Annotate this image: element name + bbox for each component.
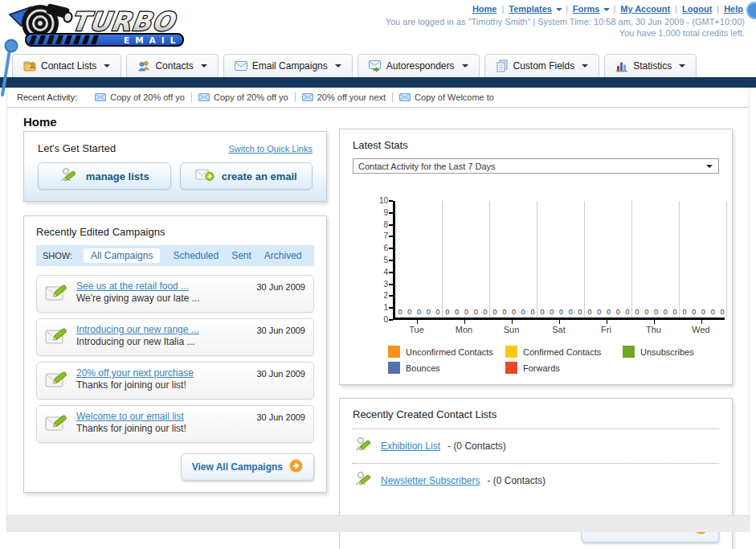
filter-sent[interactable]: Sent — [231, 250, 251, 261]
contact-list-link[interactable]: Newsletter Subscribers — [381, 475, 480, 486]
tab-email-campaigns[interactable]: Email Campaigns — [223, 54, 353, 77]
chart-value-label: 0 — [455, 308, 459, 316]
chevron-down-icon — [335, 64, 341, 71]
y-axis-tick-label: 0 — [374, 315, 388, 324]
chart-value-label: 0 — [492, 308, 497, 316]
button-label: create an email — [222, 170, 297, 182]
main-tab-bar: Contact ListsContactsEmail CampaignsAuto… — [0, 53, 756, 77]
contact-list-row[interactable]: Exhibition List - (0 Contacts) — [353, 428, 719, 463]
y-axis-tick — [389, 248, 393, 249]
chart-value-label: 0 — [550, 308, 554, 316]
campaign-date: 30 Jun 2009 — [256, 281, 305, 306]
chart-value-label: 0 — [701, 308, 705, 316]
manage-lists-button[interactable]: manage lists — [38, 162, 171, 190]
y-axis-tick — [389, 212, 393, 214]
legend-swatch — [505, 346, 517, 358]
envelope-icon — [235, 59, 247, 72]
get-started-buttons: manage listscreate an email — [38, 162, 313, 190]
y-axis-tick — [389, 295, 393, 297]
legend-item-unsubscribes: Unsubscribes — [623, 346, 719, 358]
campaign-subtitle: Introducing our new Italia ... — [76, 336, 249, 348]
filter-all-campaigns[interactable]: All Campaigns — [84, 248, 160, 263]
top-nav-link-forms[interactable]: Forms — [573, 4, 600, 14]
session-line1: You are logged in as "Timothy Smith" | S… — [386, 16, 745, 27]
legend-swatch — [388, 346, 400, 358]
chevron-down-icon — [679, 64, 685, 71]
contact-list-rows: Exhibition List - (0 Contacts)Newsletter… — [353, 428, 719, 498]
legend-item-bounces: Bounces — [388, 362, 505, 374]
chart-value-label: 0 — [569, 308, 573, 316]
envelope-sm-icon — [198, 93, 210, 101]
contact-list-count: - (0 Contacts) — [447, 440, 506, 452]
campaign-row[interactable]: Introducing our new range ...Introducing… — [36, 318, 314, 356]
view-all-campaigns-button[interactable]: View All Campaigns — [181, 453, 314, 481]
envelope-sm-icon — [302, 93, 313, 101]
x-axis-label-mon: Mon — [440, 320, 488, 334]
tab-autoresponders[interactable]: Autoresponders — [358, 54, 480, 77]
x-axis-label-fri: Fri — [582, 320, 630, 334]
contact-list-link[interactable]: Exhibition List — [381, 440, 440, 452]
tab-statistics[interactable]: Statistics — [604, 54, 697, 77]
top-nav-link-home[interactable]: Home — [472, 4, 497, 14]
chart-gridline — [631, 201, 632, 318]
filter-scheduled[interactable]: Scheduled — [173, 250, 219, 261]
latest-stats-panel: Latest Stats Contact Activity for the La… — [339, 129, 733, 385]
top-nav-link-logout[interactable]: Logout — [682, 4, 712, 14]
legend-label: Bounces — [406, 363, 440, 373]
stats-period-selected: Contact Activity for the Last 7 Days — [358, 162, 496, 171]
top-nav-link-my-account[interactable]: My Account — [620, 4, 670, 14]
recent-activity-item[interactable]: 20% off your next — [296, 92, 393, 102]
stats-period-select[interactable]: Contact Activity for the Last 7 Days — [353, 158, 719, 174]
y-axis-tick-label: 1 — [374, 303, 388, 312]
campaign-date: 30 Jun 2009 — [256, 324, 305, 350]
campaign-date: 30 Jun 2009 — [256, 367, 305, 393]
chart-legend: Unconfirmed ContactsConfirmed ContactsUn… — [388, 346, 719, 374]
envelope-sm-icon — [399, 93, 411, 101]
recent-activity-item[interactable]: Copy of 20% off yo — [88, 92, 192, 102]
chevron-down-icon — [462, 64, 468, 71]
chart-gridline — [442, 201, 443, 318]
chart-value-label: 0 — [540, 308, 544, 316]
campaign-row[interactable]: Welcome to our email listThanks for join… — [36, 405, 314, 443]
campaign-title-link[interactable]: See us at the retail food ... — [76, 281, 249, 293]
recent-activity-label: Recent Activity: — [17, 92, 77, 102]
header: TURBO EMAIL Home|Templates|Forms|My Acco… — [0, 0, 756, 53]
nav-separator: | — [613, 4, 615, 14]
chevron-down-icon — [603, 8, 610, 14]
campaign-title-link[interactable]: Introducing our new range ... — [76, 324, 249, 336]
y-axis-tick-label: 8 — [374, 220, 388, 229]
chart-value-label: 0 — [616, 308, 620, 316]
x-axis-label-tue: Tue — [393, 320, 440, 334]
page-footer — [7, 515, 749, 532]
recent-activity-item[interactable]: Copy of 20% off yo — [192, 92, 296, 102]
recent-campaigns-panel: Recently Edited Campaigns SHOW: All Camp… — [23, 215, 327, 493]
campaign-list: See us at the retail food ...We're givin… — [36, 275, 314, 443]
chart-value-label: 0 — [721, 308, 725, 316]
chart-x-axis-labels: TueMonSunSatFriThuWed — [393, 320, 725, 334]
logo-pin-decoration — [0, 37, 24, 98]
logo-title: TURBO — [69, 6, 179, 37]
tab-contacts[interactable]: Contacts — [126, 54, 218, 77]
campaign-row[interactable]: See us at the retail food ...We're givin… — [36, 275, 314, 313]
chevron-down-icon — [706, 165, 713, 171]
contact-list-row[interactable]: Newsletter Subscribers - (0 Contacts) — [353, 463, 719, 498]
chart-gridline — [584, 201, 585, 318]
campaign-row[interactable]: 20% off your next purchaseThanks for joi… — [36, 362, 314, 399]
campaign-filter-bar: SHOW: All CampaignsScheduledSentArchived — [36, 245, 314, 266]
campaign-title-link[interactable]: 20% off your next purchase — [76, 367, 249, 379]
chart-value-labels: 00000 — [395, 308, 443, 316]
create-an-email-button[interactable]: create an email — [180, 162, 313, 190]
recent-activity-item[interactable]: Copy of Welcome to — [393, 92, 501, 102]
y-axis-tick-label: 9 — [374, 208, 388, 217]
chevron-down-icon — [104, 64, 110, 71]
tab-custom-fields[interactable]: Custom Fields — [484, 54, 600, 77]
top-nav-link-templates[interactable]: Templates — [509, 4, 552, 14]
filter-archived[interactable]: Archived — [264, 250, 302, 261]
top-nav-link-help[interactable]: Help — [724, 4, 743, 14]
tab-contact-lists[interactable]: Contact Lists — [12, 54, 121, 77]
switch-to-quick-links-link[interactable]: Switch to Quick Links — [228, 144, 313, 154]
envelope-pencil-icon — [45, 411, 69, 436]
campaign-title-link[interactable]: Welcome to our email list — [76, 411, 249, 423]
chart-value-label: 0 — [673, 308, 677, 316]
chart-gridline — [679, 201, 680, 318]
